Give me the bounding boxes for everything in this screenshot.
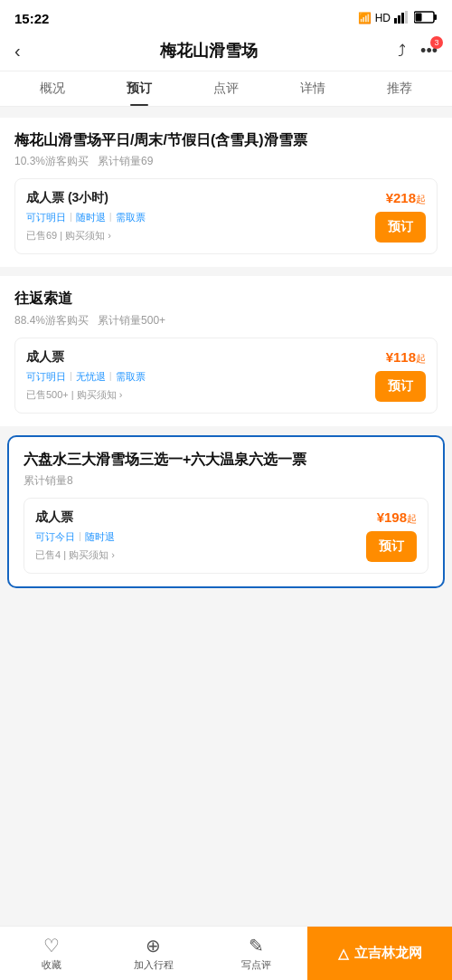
tag-separator: |: [109, 370, 112, 384]
meta-sales: 累计销量8: [24, 474, 73, 487]
section-meta-2: 累计销量8: [24, 473, 428, 489]
ticket-item-1-0: 成人票可订明日 | 无忧退 | 需取票已售500+ | 购买须知 ›¥118起预…: [14, 338, 438, 414]
share-button[interactable]: ⤴: [398, 42, 406, 61]
ticket-price-area: ¥218起预订: [375, 190, 426, 243]
加入行程-label: 加入行程: [134, 958, 174, 972]
network-label: HD: [375, 12, 391, 24]
ticket-price: ¥118起: [386, 349, 426, 366]
signal-icon: [394, 11, 410, 26]
meta-sales: 累计销量69: [98, 155, 153, 167]
nav-tab-推荐[interactable]: 推荐: [356, 71, 443, 106]
tag-separator: |: [70, 211, 72, 224]
ticket-item-2-0: 成人票可订今日 | 随时退已售4 | 购买须知 ›¥198起预订: [24, 498, 428, 574]
svg-rect-1: [398, 15, 400, 24]
ticket-tags: 可订今日 | 随时退: [35, 530, 355, 544]
svg-rect-5: [434, 14, 437, 20]
ticket-price-area: ¥118起预订: [375, 349, 426, 402]
ticket-sold: 已售69 | 购买须知 ›: [26, 229, 364, 243]
svg-rect-2: [401, 13, 404, 24]
nav-tab-点评[interactable]: 点评: [183, 71, 269, 106]
ticket-tag-0[interactable]: 可订今日: [35, 530, 75, 544]
header-icons: ⤴ ••• 3: [398, 42, 438, 61]
ticket-sold: 已售4 | 购买须知 ›: [35, 548, 355, 562]
写点评-label: 写点评: [241, 958, 271, 972]
ticket-tag-0[interactable]: 可订明日: [26, 211, 66, 224]
purchase-notice-link[interactable]: 购买须知 ›: [77, 389, 123, 400]
bottom-action-收藏[interactable]: ♡收藏: [0, 929, 102, 977]
写点评-icon: ✎: [249, 935, 264, 956]
cta-label: 立吉林龙网: [354, 945, 422, 962]
bottom-action-加入行程[interactable]: ⊕加入行程: [102, 929, 204, 977]
ticket-sold: 已售500+ | 购买须知 ›: [26, 388, 364, 402]
nav-tabs: 概况预订点评详情推荐: [0, 71, 452, 107]
book-button[interactable]: 预订: [375, 371, 426, 402]
nav-tab-详情[interactable]: 详情: [269, 71, 356, 106]
ticket-info: 成人票 (3小时)可订明日 | 随时退 | 需取票已售69 | 购买须知 ›: [26, 190, 364, 243]
svg-rect-3: [405, 11, 408, 24]
meta-sales: 累计销量500+: [98, 314, 165, 327]
header: ‹ 梅花山滑雪场 ⤴ ••• 3: [0, 33, 452, 71]
status-icons: 📶 HD: [358, 11, 438, 26]
section-meta-0: 10.3%游客购买累计销量69: [14, 154, 438, 169]
ticket-name: 成人票 (3小时): [26, 190, 364, 206]
section-title-1: 往返索道: [14, 289, 438, 309]
tag-separator: |: [109, 211, 112, 224]
ticket-price: ¥218起: [386, 190, 426, 206]
ticket-tag-1[interactable]: 随时退: [76, 211, 106, 224]
bottom-bar: ♡收藏⊕加入行程✎写点评 △ 立吉林龙网: [0, 926, 452, 980]
nav-tab-概况[interactable]: 概况: [9, 71, 96, 106]
ticket-tags: 可订明日 | 无忧退 | 需取票: [26, 370, 364, 384]
ticket-tag-1[interactable]: 随时退: [85, 530, 115, 544]
svg-rect-0: [394, 18, 397, 24]
purchase-notice-link[interactable]: 购买须知 ›: [69, 549, 115, 560]
svg-rect-6: [416, 13, 422, 21]
battery-icon: [414, 11, 438, 26]
收藏-icon: ♡: [43, 935, 60, 956]
wifi-icon: 📶: [358, 12, 372, 24]
section-section2: 往返索道88.4%游客购买累计销量500+成人票可订明日 | 无忧退 | 需取票…: [0, 276, 452, 425]
book-button[interactable]: 预订: [375, 212, 426, 243]
section-title-2: 六盘水三大滑雪场三选一+六大温泉六选一票: [24, 450, 428, 470]
bottom-actions: ♡收藏⊕加入行程✎写点评: [0, 929, 307, 977]
ticket-price-area: ¥198起预订: [366, 509, 417, 562]
ticket-tag-0[interactable]: 可订明日: [26, 370, 66, 384]
bottom-cta-button[interactable]: △ 立吉林龙网: [307, 927, 452, 980]
ticket-price: ¥198起: [377, 509, 417, 526]
tag-separator: |: [70, 370, 72, 384]
purchase-notice-link[interactable]: 购买须知 ›: [65, 230, 111, 241]
back-button[interactable]: ‹: [14, 41, 21, 62]
ticket-tag-2[interactable]: 需取票: [116, 211, 146, 224]
header-title: 梅花山滑雪场: [160, 40, 258, 62]
ticket-info: 成人票可订今日 | 随时退已售4 | 购买须知 ›: [35, 509, 355, 562]
ticket-tags: 可订明日 | 随时退 | 需取票: [26, 211, 364, 224]
meta-purchase: 10.3%游客购买: [14, 155, 89, 167]
ticket-name: 成人票: [26, 349, 364, 366]
section-section1: 梅花山滑雪场平日/周末/节假日(含雪具)滑雪票10.3%游客购买累计销量69成人…: [0, 118, 452, 267]
收藏-label: 收藏: [42, 958, 61, 972]
status-time: 15:22: [14, 11, 49, 26]
section-meta-1: 88.4%游客购买累计销量500+: [14, 313, 438, 328]
cta-icon: △: [338, 946, 349, 962]
notification-badge: 3: [430, 36, 443, 49]
section-title-0: 梅花山滑雪场平日/周末/节假日(含雪具)滑雪票: [14, 130, 438, 150]
more-button[interactable]: ••• 3: [420, 42, 438, 61]
ticket-name: 成人票: [35, 509, 355, 526]
section-section3: 六盘水三大滑雪场三选一+六大温泉六选一票累计销量8成人票可订今日 | 随时退已售…: [7, 435, 445, 588]
meta-purchase: 88.4%游客购买: [14, 314, 89, 327]
content: 梅花山滑雪场平日/周末/节假日(含雪具)滑雪票10.3%游客购买累计销量69成人…: [0, 107, 452, 608]
ticket-item-0-0: 成人票 (3小时)可订明日 | 随时退 | 需取票已售69 | 购买须知 ›¥2…: [14, 178, 438, 254]
ticket-tag-1[interactable]: 无忧退: [76, 370, 106, 384]
tag-separator: |: [79, 530, 81, 544]
ticket-tag-2[interactable]: 需取票: [116, 370, 146, 384]
nav-tab-预订[interactable]: 预订: [96, 71, 183, 106]
bottom-action-写点评[interactable]: ✎写点评: [205, 929, 307, 977]
加入行程-icon: ⊕: [146, 935, 161, 956]
book-button[interactable]: 预订: [366, 531, 417, 562]
status-bar: 15:22 📶 HD: [0, 0, 452, 33]
ticket-info: 成人票可订明日 | 无忧退 | 需取票已售500+ | 购买须知 ›: [26, 349, 364, 402]
